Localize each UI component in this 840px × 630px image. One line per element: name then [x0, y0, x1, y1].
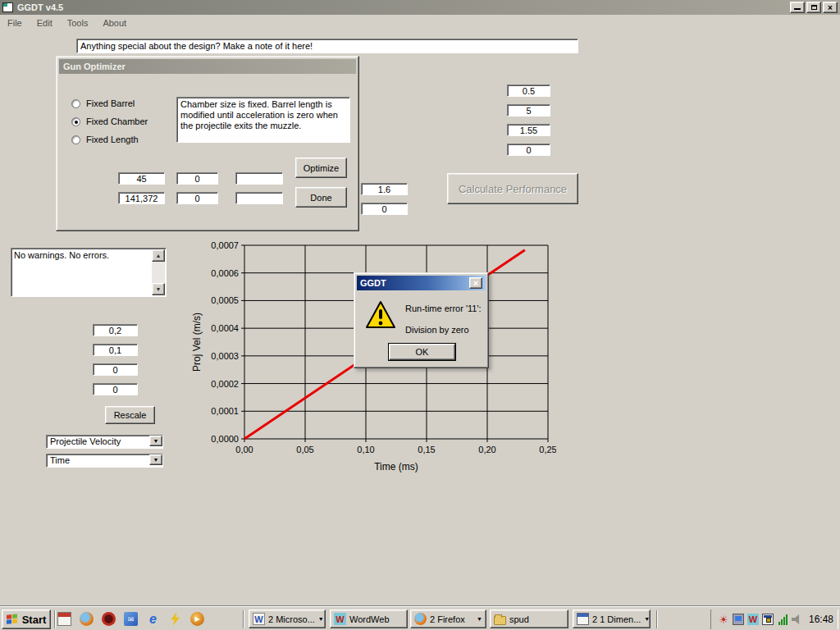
svg-text:0,0006: 0,0006	[211, 268, 239, 278]
task-label: spud	[509, 614, 529, 624]
mail-icon[interactable]: ✉	[124, 612, 138, 626]
wordweb-icon: W	[334, 613, 346, 625]
svg-text:0,0000: 0,0000	[211, 434, 239, 444]
window-title: GGDT v4.5	[17, 2, 63, 12]
word-icon: W	[253, 613, 265, 625]
menu-edit[interactable]: Edit	[30, 16, 60, 30]
volume-icon[interactable]	[792, 614, 803, 625]
taskbar-task-firefox[interactable]: 2 Firefox ▼	[410, 609, 486, 628]
taskbar-task-word[interactable]: W 2 Microso... ▼	[249, 609, 326, 628]
menu-tools[interactable]: Tools	[60, 16, 96, 30]
wordweb-icon[interactable]: W	[747, 614, 759, 625]
task-label: 2 1 Dimen...	[592, 614, 641, 624]
x-variable-select[interactable]: Time ▼	[46, 454, 163, 468]
ok-button[interactable]: OK	[389, 344, 455, 360]
taskbar-task-spud[interactable]: spud	[490, 609, 568, 628]
error-dialog-titlebar: GGDT ×	[357, 276, 486, 290]
radio-label: Fixed Barrel	[86, 98, 135, 108]
restore-button[interactable]	[806, 2, 821, 13]
svg-text:0,15: 0,15	[418, 445, 435, 454]
optimizer-field-r1c2[interactable]: 0	[176, 172, 218, 185]
y-variable-value: Projectile Velocity	[50, 436, 121, 446]
taskbar-task-1dimen[interactable]: 2 1 Dimen... ▼	[573, 609, 651, 628]
warnings-scrollbar[interactable]: ▲ ▼	[152, 249, 165, 295]
svg-text:0,10: 0,10	[357, 445, 374, 454]
main-titlebar: GGDT v4.5 ×	[0, 0, 840, 15]
warnings-box: No warnings. No errors. ▲ ▼	[11, 248, 167, 297]
scale-field-3[interactable]: 0	[93, 363, 138, 376]
dialog-close-icon[interactable]: ×	[469, 277, 482, 289]
tray-clock: 16:48	[809, 614, 833, 625]
param-field-5[interactable]: 1.6	[361, 183, 408, 195]
calendar-icon[interactable]	[57, 612, 71, 626]
lightning-icon[interactable]	[168, 612, 182, 626]
scale-field-1[interactable]: 0,2	[93, 324, 138, 336]
param-field-1[interactable]: 0.5	[507, 84, 550, 97]
radio-fixed-barrel[interactable]: Fixed Barrel	[71, 98, 135, 108]
app-icon	[2, 2, 13, 12]
optimizer-field-r1c3[interactable]	[235, 172, 283, 185]
scale-field-2[interactable]: 0,1	[93, 344, 138, 356]
warning-icon	[365, 300, 396, 330]
opera-icon[interactable]	[102, 612, 116, 626]
error-line-1: Run-time error '11':	[405, 304, 482, 313]
task-label: WordWeb	[349, 614, 390, 624]
radio-fixed-length[interactable]: Fixed Length	[71, 135, 139, 144]
minimize-button[interactable]	[790, 2, 805, 13]
quick-launch: ✉ e ▶	[57, 612, 204, 626]
network-icon[interactable]	[733, 614, 744, 625]
signal-icon[interactable]	[777, 614, 788, 625]
radio-icon	[71, 99, 80, 108]
radio-fixed-chamber[interactable]: Fixed Chamber	[71, 116, 148, 126]
task-label: 2 Firefox	[430, 614, 465, 624]
close-button[interactable]: ×	[823, 2, 838, 13]
error-dialog: GGDT × Run-time error '11': Division by …	[354, 272, 489, 368]
x-variable-value: Time	[50, 455, 70, 465]
optimizer-field-r2c1[interactable]: 141,372	[118, 192, 165, 204]
media-player-icon[interactable]: ▶	[190, 612, 204, 626]
rescale-button[interactable]: Rescale	[105, 406, 155, 424]
chevron-down-icon: ▼	[644, 616, 650, 622]
svg-text:0,0003: 0,0003	[211, 351, 239, 361]
folder-icon	[494, 616, 506, 625]
chevron-down-icon[interactable]: ▼	[149, 436, 162, 446]
firefox-icon[interactable]	[80, 612, 94, 626]
param-field-4[interactable]: 0	[507, 144, 550, 156]
optimizer-field-r2c2[interactable]: 0	[176, 192, 218, 204]
chevron-down-icon: ▼	[477, 616, 482, 622]
scroll-up-icon[interactable]: ▲	[152, 249, 165, 262]
svg-text:0,05: 0,05	[296, 445, 313, 454]
radio-icon	[71, 117, 80, 126]
taskbar-task-wordweb[interactable]: W WordWeb	[330, 609, 408, 628]
desktop: GGDT v4.5 × File Edit Tools About Anythi…	[0, 0, 840, 630]
start-button[interactable]: Start	[2, 609, 51, 629]
menu-about[interactable]: About	[95, 16, 134, 30]
optimizer-field-r1c1[interactable]: 45	[118, 172, 165, 185]
svg-text:0,0002: 0,0002	[211, 379, 239, 389]
param-field-2[interactable]: 5	[507, 104, 550, 116]
svg-text:0,0005: 0,0005	[211, 295, 239, 305]
firefox-icon	[414, 613, 427, 625]
task-label: 2 Microso...	[268, 614, 315, 624]
y-variable-select[interactable]: Projectile Velocity ▼	[46, 435, 163, 449]
svg-text:Proj Vel (m/s): Proj Vel (m/s)	[191, 313, 203, 372]
param-field-3[interactable]: 1.55	[507, 124, 550, 136]
optimize-button[interactable]: Optimize	[295, 158, 347, 178]
menubar: File Edit Tools About	[0, 16, 840, 30]
start-label: Start	[22, 614, 47, 626]
sun-icon[interactable]: ☀	[718, 614, 729, 625]
param-field-6[interactable]: 0	[361, 203, 408, 215]
security-icon[interactable]	[762, 614, 774, 625]
done-button[interactable]: Done	[295, 187, 347, 208]
chevron-down-icon[interactable]: ▼	[149, 454, 162, 465]
ie-icon[interactable]: e	[146, 612, 160, 626]
design-notes-input[interactable]: Anything special about the design? Make …	[76, 39, 578, 53]
optimizer-field-r2c3[interactable]	[235, 192, 283, 204]
scroll-down-icon[interactable]: ▼	[152, 283, 165, 295]
menu-file[interactable]: File	[0, 16, 30, 30]
svg-text:0,25: 0,25	[539, 445, 556, 454]
calculate-performance-button[interactable]: Calculate Performance	[447, 173, 578, 204]
svg-text:0,20: 0,20	[478, 445, 495, 454]
scale-field-4[interactable]: 0	[93, 383, 138, 395]
gun-optimizer-window: Gun Optimizer Fixed Barrel Fixed Chamber…	[56, 56, 359, 231]
